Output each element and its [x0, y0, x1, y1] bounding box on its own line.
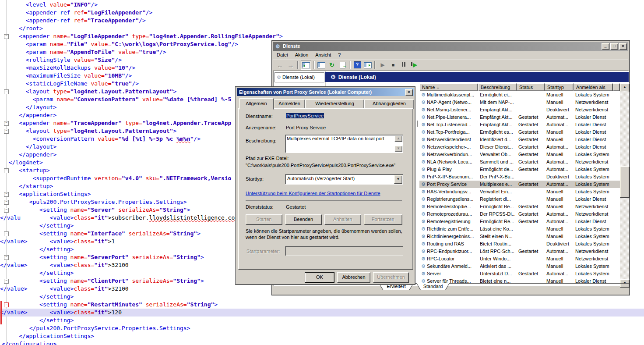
service-row[interactable]: ⚙ RPC-Endpunktzuor...Löst RPC-Sch...Gest… [419, 248, 620, 255]
service-row[interactable]: ⚙ Netzwerkverbindun...Verwaltet Ob...Ges… [419, 151, 620, 158]
dialog-tab-abhangigkeiten[interactable]: Abhängigkeiten [364, 99, 414, 109]
service-row[interactable]: ⚙ Net.Tcp-Listenerad...Empfängt Akt...Ge… [419, 121, 620, 128]
dialog-titlebar[interactable]: Eigenschaften von Port Proxy Service (Lo… [237, 88, 414, 96]
service-row[interactable]: ⚙ Net.Pipe-Listenera...Empfängt Akt...Ge… [419, 114, 620, 121]
service-cell: Manuell [546, 128, 574, 136]
changed-line-marker [0, 301, 2, 309]
service-row[interactable]: ⚙ Richtlinienergebniss...Stellt einen N.… [419, 233, 620, 240]
service-cell: Gestartet [518, 203, 545, 210]
close-icon[interactable]: × [619, 43, 627, 50]
service-cell: ⚙ Sekundäre Anmeld... [421, 263, 476, 270]
properties-dialog: Eigenschaften von Port Proxy Service (Lo… [235, 86, 415, 285]
service-row[interactable]: ⚙ Remoteprozedurau...Der RPCSS-Di...Gest… [419, 210, 620, 218]
service-cell: ⚙ Remoteprozedurau... [421, 210, 476, 218]
tree-item-dienste-lokal[interactable]: ⚙Dienste (Lokal) [274, 72, 324, 82]
dialog-tab-anmelden[interactable]: Anmelden [274, 99, 305, 109]
services-list: Name ▲BeschreibungStatusStarttypAnmelden… [419, 83, 629, 283]
export-list-icon[interactable]: → [338, 60, 347, 69]
chevron-down-icon[interactable]: ▼ [394, 175, 402, 184]
service-cell: Netzwerkdienst [575, 255, 613, 263]
dienststatus-label: Dienststatus: [246, 204, 274, 210]
service-cell: ⚙ Richtlinienergebniss... [421, 233, 476, 240]
fold-collapse-icon[interactable]: − [4, 255, 9, 260]
gear-icon: ⚙ [421, 226, 426, 231]
fold-collapse-icon[interactable]: − [4, 34, 9, 39]
restart-service-icon[interactable]: ▶ [409, 60, 419, 69]
service-row[interactable]: ⚙ Sekundäre Anmeld...Aktiviert das ...Ma… [419, 263, 620, 270]
show-console-tree-icon[interactable] [301, 60, 311, 70]
menu-ansicht[interactable]: Ansicht [312, 51, 334, 59]
scroll-down-icon[interactable]: ▼ [394, 146, 402, 152]
dialog-tab-allgemein[interactable]: Allgemein [239, 98, 274, 110]
service-row[interactable]: ⚙ RAS-Verbindungsv...Verwaltet Ein...Man… [419, 188, 620, 196]
view-tab-standard[interactable]: Standard [416, 283, 450, 290]
code-line: </configuration> [0, 340, 644, 345]
service-row[interactable]: ⚙ ServerUnterstützt D...GestartetAutomat… [419, 270, 620, 277]
service-row[interactable]: ⚙ NAP-Agent (Netwo...Mit dem NAP-...Manu… [419, 99, 620, 106]
column-header-status[interactable]: Status [517, 83, 545, 91]
gear-icon: ⚙ [421, 100, 426, 105]
fold-collapse-icon[interactable]: − [4, 121, 9, 126]
stop-service-icon[interactable]: ■ [388, 60, 398, 69]
back-icon[interactable]: ← [275, 60, 285, 69]
column-header-beschreibung[interactable]: Beschreibung [478, 83, 517, 91]
fold-collapse-icon[interactable]: − [4, 200, 9, 205]
fold-collapse-icon[interactable]: − [4, 279, 9, 284]
startoptions-help-link[interactable]: Unterstützung beim Konfigurieren der Sta… [246, 191, 380, 196]
service-row[interactable]: ⚙ Routing und RASBietet Routin...Deaktiv… [419, 240, 620, 248]
help-icon[interactable]: ? [352, 60, 362, 69]
scrollbar-thumb[interactable] [620, 166, 630, 198]
beenden-button[interactable]: Beenden [285, 214, 322, 225]
service-row[interactable]: ⚙ Net.Msmq-Listener...Empfängt Akt...Dea… [419, 106, 620, 114]
column-header-name[interactable]: Name ▲ [419, 83, 478, 91]
fold-collapse-icon[interactable]: − [4, 208, 9, 213]
column-header-starttyp[interactable]: Starttyp [545, 83, 574, 91]
starttyp-combobox[interactable]: Automatisch (Verzögerter Start) ▼ [285, 174, 403, 185]
fold-collapse-icon[interactable]: − [4, 168, 9, 173]
start-service-icon[interactable]: ▶ [378, 60, 387, 69]
service-row[interactable]: ⚙ RPC-LocatorUnter Windo...ManuellNetzwe… [419, 255, 620, 263]
pause-service-icon[interactable] [399, 60, 408, 69]
minimize-icon[interactable]: _ [602, 43, 609, 50]
tab-page [238, 108, 413, 270]
service-row[interactable]: ⚙ Multimediaklassenpl...Ermöglicht ei...… [419, 91, 620, 99]
abbrechen-button[interactable]: Abbrechen [337, 272, 370, 283]
service-row[interactable]: ⚙ Net.Tcp-Portfreiga...Ermöglicht es...G… [419, 128, 620, 136]
service-row[interactable]: ⚙ PnP-X-IP-Busenum...Der PnP-X-Bu...Deak… [419, 173, 620, 181]
fold-collapse-icon[interactable]: − [4, 192, 9, 197]
fold-collapse-icon[interactable]: − [4, 89, 9, 94]
menu-aktion[interactable]: Aktion [292, 51, 312, 59]
startparameter-field [285, 246, 403, 256]
fold-collapse-icon[interactable]: − [4, 231, 9, 236]
fold-collapse-icon[interactable]: − [4, 302, 9, 307]
service-row[interactable]: ⚙ Richtlinie zum Entfe...Lässt eine Ko..… [419, 225, 620, 233]
service-row[interactable]: ⚙ RemoteregistrierungErmöglicht Re...Ges… [419, 218, 620, 225]
close-icon[interactable]: × [405, 89, 413, 96]
service-row[interactable]: ⚙ NetzwerklistendienstIdentifiziert d...… [419, 136, 620, 143]
service-row[interactable]: ⚙ Port Proxy ServiceMultiplexes e...Gest… [419, 181, 620, 188]
service-cell: Netzwerkdienst [575, 210, 613, 218]
service-row[interactable]: ⚙ Remotedesktopdie...Ermöglicht Be...Ges… [419, 203, 620, 210]
maximize-icon[interactable]: □ [610, 43, 618, 50]
scroll-up-icon[interactable]: ▲ [394, 135, 402, 142]
service-row[interactable]: ⚙ Plug & PlayErmöglicht de...GestartetAu… [419, 166, 620, 173]
dialog-tab-wiederherstellung[interactable]: Wiederherstellung [305, 99, 364, 109]
refresh-icon[interactable]: ↻ [327, 60, 337, 69]
service-row[interactable]: ⚙ Netzwerkspeicher-...Dieser Dienst...Ge… [419, 143, 620, 151]
show-action-pane-icon[interactable] [363, 60, 373, 69]
gear-icon: ⚙ [421, 204, 426, 209]
service-row[interactable]: ⚙ NLA (Network Loca...Sammelt und ...Ges… [419, 158, 620, 166]
menu-?[interactable]: ? [334, 51, 344, 59]
services-window-title: Dienste [283, 43, 300, 49]
menu-datei[interactable]: Datei [273, 51, 292, 59]
beschreibung-textbox[interactable]: Multiplexes external TCP/IP data on loca… [285, 135, 403, 153]
fold-collapse-icon[interactable]: − [4, 129, 9, 134]
forward-icon[interactable]: → [286, 60, 296, 69]
services-titlebar[interactable]: ⚙ Dienste _□× [273, 42, 628, 51]
column-header-anmelden-als[interactable]: Anmelden als [574, 83, 613, 91]
ok-button[interactable]: OK [305, 272, 334, 283]
pane-splitter[interactable] [417, 121, 418, 127]
service-cell: Sammelt und ... [480, 158, 515, 166]
properties-icon[interactable] [317, 60, 326, 69]
service-row[interactable]: ⚙ Registrierungsdiens...Registriert di..… [419, 196, 620, 203]
